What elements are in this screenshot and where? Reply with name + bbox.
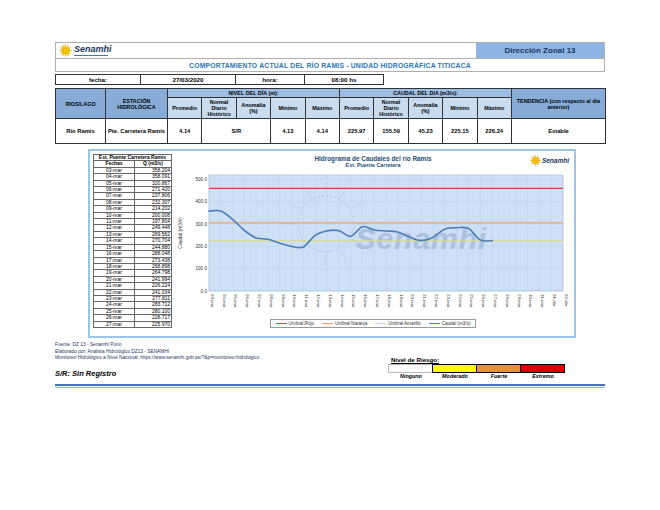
svg-text:500.0: 500.0 (196, 177, 208, 182)
fecha-value: 27/03/2020 (141, 74, 236, 85)
sub-header: Anomalía (%) (408, 98, 442, 119)
svg-text:100.0: 100.0 (196, 266, 208, 271)
cell-caudal-normal: 155.59 (374, 119, 408, 144)
svg-text:03-mar: 03-mar (210, 294, 215, 308)
bulletin: Senamhi Dirección Zonal 13 COMPORTAMIENT… (55, 42, 605, 388)
svg-text:07-mar: 07-mar (257, 294, 262, 308)
cell-tendencia: Estable (511, 119, 605, 144)
legend-label: Umbral Rojo (289, 321, 315, 326)
risk-title: Nivel de Riesgo: (391, 356, 565, 363)
footnotes: Fuente: DZ 13 - Senamhi Puno Elaborado p… (55, 342, 389, 379)
sub-header: Promedio (339, 98, 373, 119)
legend-swatch (276, 323, 287, 324)
fecha-label: fecha: (55, 74, 141, 85)
sub-header: Normal Diario Histórico (374, 98, 408, 119)
sun-icon (530, 155, 541, 166)
svg-text:200.0: 200.0 (196, 244, 208, 249)
cell-caudal-promedio: 225.97 (339, 119, 373, 144)
document-page: Senamhi Dirección Zonal 13 COMPORTAMIENT… (0, 0, 660, 510)
legend-swatch (375, 323, 386, 324)
cell-estacion: Pte. Carretera Ramis (106, 119, 168, 144)
risk-segment (520, 364, 565, 373)
svg-text:24-mar: 24-mar (458, 294, 463, 308)
legend-label: Umbral Naranja (335, 321, 367, 326)
cell-caudal-minimo: 225.15 (443, 119, 477, 144)
svg-text:17-mar: 17-mar (375, 294, 380, 308)
sun-icon (59, 44, 72, 57)
hydrograph-plot: 0.0100.0200.0300.0400.0500.0Senamhi03-ma… (175, 169, 571, 319)
col-rios: RIOS/LAGO (56, 89, 106, 119)
legend-label: Caudal (m3/s) (442, 321, 471, 326)
risk-legend: Nivel de Riesgo: NingunoModeradoFuerteEx… (389, 356, 565, 379)
risk-label: Ninguno (389, 373, 433, 379)
top-spacer (182, 43, 476, 58)
monitoring-url: Monitoreo Hidrológico a Nivel Nacional: … (55, 355, 389, 362)
rule-line (55, 384, 605, 386)
risk-segment (388, 364, 433, 373)
svg-text:29-mar: 29-mar (517, 294, 522, 308)
group-nivel: NIVEL DEL DÍA (m): (168, 89, 340, 98)
svg-text:12-mar: 12-mar (316, 294, 321, 308)
cell-nivel-normal: S/R (202, 119, 271, 144)
chart-senamhi-logo: Senamhi (530, 155, 569, 166)
legend-item: Umbral Rojo (276, 321, 315, 326)
cell-caudal-anomalia: 45.23 (408, 119, 442, 144)
svg-text:27-mar: 27-mar (493, 294, 498, 308)
col-estacion: ESTACIÓN HIDROLÓGICA (106, 89, 168, 119)
svg-text:22-mar: 22-mar (434, 294, 439, 308)
svg-text:28-mar: 28-mar (505, 294, 510, 308)
svg-text:16-mar: 16-mar (363, 294, 368, 308)
cell-caudal-maximo: 226.24 (477, 119, 511, 144)
risk-bar (389, 364, 565, 373)
risk-labels: NingunoModeradoFuerteExtremo (389, 373, 565, 379)
sr-note: S/R: Sin Registro (55, 369, 389, 378)
svg-text:30-mar: 30-mar (528, 294, 533, 308)
logo-text: Senamhi (74, 45, 112, 54)
top-bar: Senamhi Dirección Zonal 13 (55, 42, 605, 58)
svg-text:15-mar: 15-mar (351, 294, 356, 308)
chart-title: Hidrograma de Caudales del río Ramis (175, 155, 571, 162)
svg-text:23-mar: 23-mar (446, 294, 451, 308)
svg-text:Senamhi: Senamhi (355, 222, 487, 255)
svg-text:02-abr: 02-abr (564, 294, 569, 307)
station-data-table: Est. Puente Carretera Ramis Fechas Q (m3… (93, 154, 172, 328)
risk-segment (432, 364, 477, 373)
rule-line (55, 387, 605, 388)
svg-text:11-mar: 11-mar (304, 294, 309, 308)
svg-text:Caudal (m3/s): Caudal (m3/s) (177, 217, 183, 249)
table-row: Río Ramis Pte. Carretera Ramis 4.14 S/R … (56, 119, 606, 144)
footer: Fuente: DZ 13 - Senamhi Puno Elaborado p… (55, 342, 605, 379)
svg-text:25-mar: 25-mar (469, 294, 474, 308)
svg-text:20-mar: 20-mar (410, 294, 415, 308)
senamhi-logo: Senamhi (56, 43, 182, 58)
zonal-label: Dirección Zonal 13 (476, 43, 604, 58)
sub-header: Promedio (168, 98, 202, 119)
svg-text:13-mar: 13-mar (328, 294, 333, 308)
hora-value: 08:00 hs (305, 74, 384, 85)
sub-header: Normal Diario Histórico (202, 98, 236, 119)
svg-text:26-mar: 26-mar (481, 294, 486, 308)
svg-text:19-mar: 19-mar (399, 294, 404, 308)
svg-text:21-mar: 21-mar (422, 294, 427, 308)
svg-text:31-mar: 31-mar (540, 294, 545, 308)
logo-text: Senamhi (542, 157, 569, 164)
datetime-row: fecha: 27/03/2020 hora: 08:00 hs (55, 74, 605, 85)
summary-table: RIOS/LAGO ESTACIÓN HIDROLÓGICA NIVEL DEL… (55, 88, 606, 144)
hora-label: hora: (236, 74, 305, 85)
cell-nivel-minimo: 4.13 (271, 119, 305, 144)
svg-text:05-mar: 05-mar (233, 294, 238, 308)
chart-subtitle: Est. Puente Carretera (175, 162, 571, 168)
sub-header: Mínimo (443, 98, 477, 119)
svg-text:300.0: 300.0 (196, 222, 208, 227)
svg-text:08-mar: 08-mar (269, 294, 274, 308)
legend-item: Caudal (m3/s) (429, 321, 471, 326)
svg-text:14-mar: 14-mar (340, 294, 345, 308)
logo-text-wrap: Senamhi (74, 45, 112, 56)
svg-text:0.0: 0.0 (201, 289, 208, 294)
risk-label: Moderado (433, 373, 477, 379)
legend-item: Umbral Amarillo (375, 321, 420, 326)
legend-label: Umbral Amarillo (388, 321, 420, 326)
risk-label: Extremo (521, 373, 565, 379)
sub-header: Máximo (305, 98, 339, 119)
svg-text:10-mar: 10-mar (292, 294, 297, 308)
